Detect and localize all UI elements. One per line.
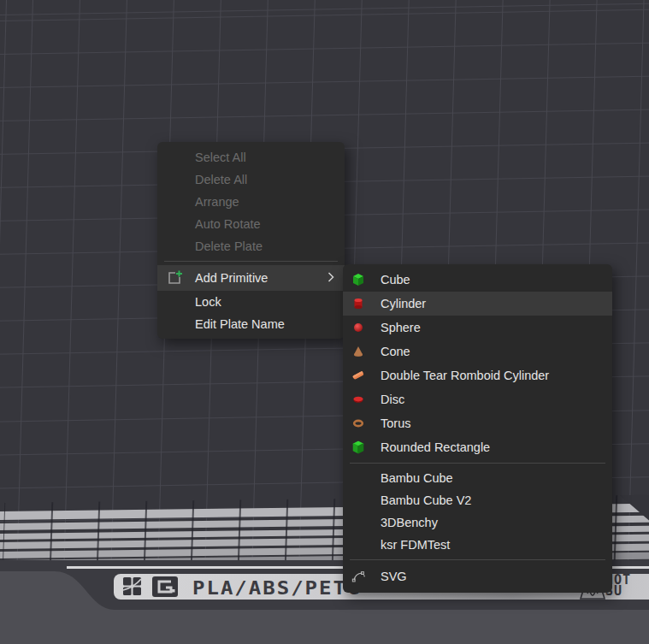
plate-context-menu: Select All Delete All Arrange Auto Rotat…	[157, 142, 345, 339]
disc-icon	[351, 393, 365, 406]
menu-item-label: Cylinder	[381, 297, 602, 310]
menu-item-label: Delete Plate	[195, 239, 334, 253]
menu-item-add-primitive[interactable]: Add Primitive	[157, 265, 345, 291]
add-primitive-submenu: Cube Cylinder Sphere	[343, 264, 612, 593]
submenu-item-disc[interactable]: Disc	[343, 387, 612, 411]
menu-item-label: Torus	[381, 417, 602, 430]
menu-item-arrange[interactable]: Arrange	[157, 191, 345, 213]
plate-material-label: PLA/ABS/PETG	[192, 577, 361, 600]
menu-item-label: Disc	[381, 393, 602, 406]
menu-item-label: Cube	[381, 273, 602, 287]
sphere-icon	[351, 321, 365, 334]
submenu-item-cube[interactable]: Cube	[343, 268, 612, 292]
submenu-item-sphere[interactable]: Sphere	[343, 316, 612, 340]
submenu-item-rounded-rectangle[interactable]: Rounded Rectangle	[343, 435, 612, 459]
submenu-item-svg[interactable]: SVG	[343, 564, 612, 589]
menu-item-label: Bambu Cube	[381, 471, 602, 485]
submenu-item-3dbenchy[interactable]: 3DBenchy	[343, 511, 612, 534]
plate-g-logo-icon	[152, 576, 178, 600]
add-primitive-icon	[166, 269, 183, 287]
torus-icon	[351, 417, 365, 430]
menu-item-label: Auto Rotate	[195, 217, 334, 231]
submenu-item-cone[interactable]: Cone	[343, 340, 612, 363]
menu-item-label: Edit Plate Name	[195, 317, 334, 331]
menu-item-label: ksr FDMTest	[381, 538, 602, 552]
menu-separator	[350, 463, 605, 464]
cube-icon	[351, 273, 365, 287]
submenu-item-double-tear-romboid-cylinder[interactable]: Double Tear Romboid Cylinder	[343, 363, 612, 387]
viewport-3d[interactable]: PLA/ABS/PETG HOT SU Select All Delete Al…	[0, 0, 649, 644]
menu-item-delete-plate[interactable]: Delete Plate	[157, 235, 345, 257]
menu-item-select-all[interactable]: Select All	[157, 146, 345, 168]
menu-item-label: Delete All	[195, 173, 334, 186]
menu-item-label: Add Primitive	[195, 271, 327, 285]
menu-item-lock[interactable]: Lock	[157, 291, 345, 313]
submenu-item-bambu-cube-v2[interactable]: Bambu Cube V2	[343, 489, 612, 511]
rounded-rectangle-icon	[351, 440, 365, 454]
menu-separator	[164, 261, 338, 262]
menu-item-label: Bambu Cube V2	[381, 493, 602, 507]
submenu-item-bambu-cube[interactable]: Bambu Cube	[343, 467, 612, 489]
submenu-item-cylinder[interactable]: Cylinder	[343, 292, 612, 316]
menu-item-label: Lock	[195, 295, 334, 309]
menu-item-label: Arrange	[195, 195, 334, 209]
submenu-chevron-icon	[327, 271, 334, 285]
romboid-cylinder-icon	[351, 369, 365, 382]
menu-item-label: SVG	[381, 570, 602, 583]
menu-item-label: Double Tear Romboid Cylinder	[381, 369, 602, 382]
menu-item-delete-all[interactable]: Delete All	[157, 168, 345, 191]
svg-bezier-icon	[351, 570, 365, 583]
submenu-item-ksr-fdmtest[interactable]: ksr FDMTest	[343, 534, 612, 556]
menu-item-label: 3DBenchy	[381, 516, 602, 529]
menu-item-label: Cone	[381, 345, 602, 358]
menu-item-auto-rotate[interactable]: Auto Rotate	[157, 213, 345, 235]
menu-item-edit-plate-name[interactable]: Edit Plate Name	[157, 313, 345, 335]
menu-item-label: Select All	[195, 151, 334, 164]
menu-item-label: Rounded Rectangle	[381, 440, 602, 454]
menu-item-label: Sphere	[381, 321, 602, 334]
cone-icon	[351, 345, 365, 358]
menu-separator	[350, 559, 605, 560]
submenu-item-torus[interactable]: Torus	[343, 411, 612, 435]
cylinder-icon	[351, 297, 365, 310]
plate-window-logo-icon	[122, 576, 143, 600]
